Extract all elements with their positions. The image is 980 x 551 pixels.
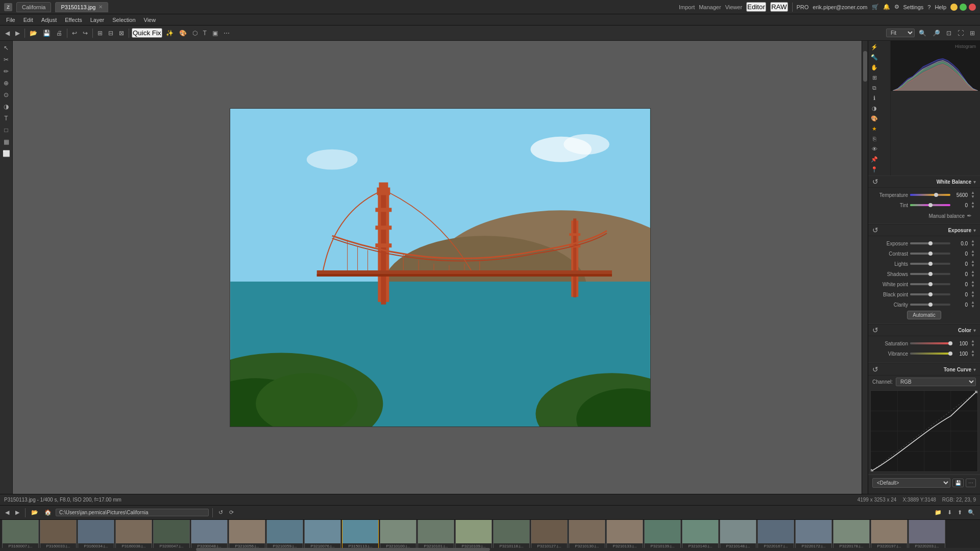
- gradient-tool[interactable]: ▦: [1, 137, 11, 147]
- temperature-stepper[interactable]: ▲ ▼: [970, 191, 976, 199]
- zoom-out-btn[interactable]: 🔍: [917, 29, 928, 38]
- thumb-path-input[interactable]: [56, 509, 209, 516]
- pin-icon[interactable]: 📌: [869, 154, 879, 164]
- thumbnail-item[interactable]: P3210056.j...: [229, 520, 265, 548]
- thumbnail-item[interactable]: P3160034.j...: [78, 520, 114, 548]
- info-icon[interactable]: ℹ: [869, 93, 879, 103]
- develop-icon[interactable]: ⚡: [869, 42, 879, 52]
- location-icon[interactable]: 📍: [869, 164, 879, 174]
- thumb-search-btn[interactable]: 🔍: [966, 508, 977, 517]
- local-icon[interactable]: 🔦: [869, 52, 879, 62]
- clone-tool[interactable]: ⊕: [1, 78, 11, 88]
- text-tool[interactable]: T: [1, 113, 11, 123]
- thumbnail-item[interactable]: P3220197.j...: [871, 520, 908, 548]
- thumbnail-scrollbar[interactable]: [0, 548, 980, 551]
- gear-icon[interactable]: ⚙: [894, 4, 899, 10]
- fit-btn[interactable]: ⊡: [944, 29, 953, 38]
- manager-btn[interactable]: Manager: [699, 4, 721, 10]
- brush-tool[interactable]: ✏: [1, 66, 11, 77]
- close-btn[interactable]: ✕: [969, 4, 976, 11]
- black-point-slider[interactable]: [910, 293, 950, 295]
- shadows-down[interactable]: ▼: [970, 274, 976, 278]
- automatic-btn[interactable]: Automatic: [907, 311, 941, 319]
- select-tool[interactable]: ↖: [1, 43, 11, 53]
- view-btn[interactable]: ⊟: [106, 29, 115, 38]
- tint-down[interactable]: ▼: [970, 205, 976, 209]
- color-reset-btn[interactable]: ↺: [872, 326, 878, 334]
- exposure-reset-btn[interactable]: ↺: [872, 226, 878, 234]
- quick-fix-btn[interactable]: Quick Fix: [132, 28, 162, 38]
- shape-tool[interactable]: □: [1, 125, 11, 135]
- thumbnail-item[interactable]: P3210118.j...: [493, 520, 530, 548]
- thumbnail-item[interactable]: P3210133.j...: [606, 520, 643, 548]
- forward-btn[interactable]: ▶: [13, 29, 22, 38]
- lights-down[interactable]: ▼: [970, 264, 976, 268]
- save-btn[interactable]: 💾: [41, 29, 53, 38]
- temp-down[interactable]: ▼: [970, 195, 976, 199]
- contrast-slider[interactable]: [910, 253, 950, 255]
- thumb-import-btn[interactable]: ⬇: [945, 508, 954, 517]
- saturation-slider[interactable]: [910, 342, 950, 344]
- canvas-area[interactable]: [13, 41, 868, 494]
- clarity-slider[interactable]: [910, 304, 950, 306]
- hand-icon[interactable]: ✋: [869, 62, 879, 72]
- color-btn[interactable]: 🎨: [177, 29, 189, 38]
- reset-btn[interactable]: ↺: [872, 178, 878, 186]
- preset-select[interactable]: <Default>: [872, 478, 950, 488]
- thumbnail-item[interactable]: P3210100.j...: [380, 520, 416, 548]
- viewer-btn[interactable]: Viewer: [725, 4, 742, 10]
- thumbnail-item[interactable]: P3210109.j...: [455, 520, 492, 548]
- tab-photo[interactable]: P3150113.jpg ✕: [55, 2, 108, 12]
- layers-icon[interactable]: ⧉: [869, 83, 879, 93]
- menu-adjust[interactable]: Adjust: [37, 16, 61, 24]
- close-tab-icon[interactable]: ✕: [99, 4, 103, 10]
- thumbnail-item[interactable]: P3210139.j...: [644, 520, 681, 548]
- thumbnail-item[interactable]: P3210127.j...: [531, 520, 568, 548]
- back-btn[interactable]: ◀: [3, 29, 12, 38]
- tint-stepper[interactable]: ▲ ▼: [970, 201, 976, 209]
- redo-btn[interactable]: ↪: [81, 29, 90, 38]
- enhance-btn[interactable]: ⬡: [190, 29, 200, 38]
- thumbnail-item[interactable]: P3210148.j...: [720, 520, 756, 548]
- editor-btn[interactable]: Editor: [746, 2, 766, 12]
- sat-down[interactable]: ▼: [970, 343, 976, 347]
- thumbnail-item[interactable]: P3160033.j...: [40, 520, 77, 548]
- thumb-scroll-thumb[interactable]: [196, 548, 490, 551]
- eye-icon[interactable]: 👁: [869, 144, 879, 154]
- tc-reset-btn[interactable]: ↺: [872, 365, 878, 373]
- menu-view[interactable]: View: [140, 16, 160, 24]
- thumbnail-item[interactable]: P3210076.j...: [304, 520, 341, 548]
- thumbnail-item[interactable]: P3220172.j...: [795, 520, 832, 548]
- vertical-scrollbar[interactable]: [862, 41, 868, 494]
- vib-down[interactable]: ▼: [970, 354, 976, 358]
- compare-btn[interactable]: ⊠: [117, 29, 126, 38]
- fullscreen-btn[interactable]: ⛶: [955, 29, 966, 38]
- thumb-forward-btn[interactable]: ▶: [13, 508, 21, 517]
- menu-file[interactable]: File: [2, 16, 19, 24]
- raw-btn[interactable]: RAW: [770, 2, 788, 12]
- menu-effects[interactable]: Effects: [61, 16, 86, 24]
- thumb-back-btn[interactable]: ◀: [3, 508, 11, 517]
- thumb-sync-btn[interactable]: ⟳: [227, 508, 236, 517]
- erase-tool[interactable]: ⬜: [1, 148, 11, 159]
- crop-tool[interactable]: ✂: [1, 55, 11, 65]
- black-point-down[interactable]: ▼: [970, 294, 976, 298]
- dodge-tool[interactable]: ◑: [1, 102, 11, 112]
- thumbnail-item[interactable]: P3160007.j...: [2, 520, 39, 548]
- thumbnail-item[interactable]: P3210101.j...: [418, 520, 454, 548]
- zoom-select[interactable]: Fit 100% 50%: [886, 29, 915, 37]
- import-btn[interactable]: Import: [679, 4, 695, 10]
- menu-layer[interactable]: Layer: [86, 16, 109, 24]
- menu-edit[interactable]: Edit: [19, 16, 37, 24]
- contrast-down[interactable]: ▼: [970, 254, 976, 258]
- mask-icon[interactable]: ◑: [869, 103, 879, 113]
- frame-btn[interactable]: ▣: [210, 29, 220, 38]
- magic-btn[interactable]: ✨: [164, 29, 176, 38]
- star-icon[interactable]: ★: [869, 123, 879, 134]
- menu-selection[interactable]: Selection: [108, 16, 139, 24]
- undo-btn[interactable]: ↩: [70, 29, 79, 38]
- lights-slider[interactable]: [910, 263, 950, 265]
- thumb-folder2-btn[interactable]: 📁: [933, 508, 944, 517]
- more-btn[interactable]: ⋯: [222, 29, 232, 38]
- thumbnail-item[interactable]: P3220203.j...: [909, 520, 945, 548]
